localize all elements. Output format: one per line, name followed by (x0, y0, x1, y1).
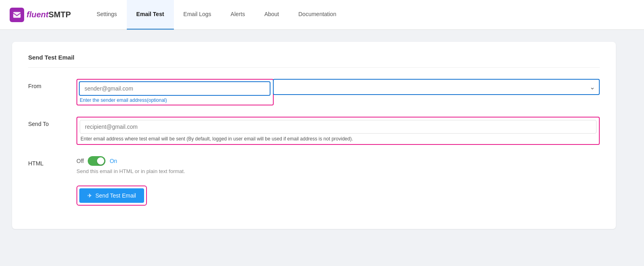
html-label: HTML (28, 156, 76, 167)
from-field-wrapper: Enter the sender email address(optional) (76, 79, 600, 105)
send-button-spacer (28, 186, 76, 190)
toggle-slider (88, 156, 105, 166)
logo-icon (10, 8, 24, 22)
svg-rect-0 (13, 12, 21, 18)
nav-item-email-logs[interactable]: Email Logs (174, 0, 221, 30)
logo: fluentSMTP (10, 8, 71, 22)
from-select-container (273, 79, 600, 95)
from-input-hint: Enter the sender email address(optional) (79, 97, 270, 103)
toggle-off-label: Off (76, 158, 84, 164)
send-to-hint: Enter email address where test email wil… (80, 136, 597, 142)
send-to-field: Enter email address where test email wil… (76, 117, 600, 145)
nav-item-about[interactable]: About (255, 0, 289, 30)
send-test-email-button[interactable]: ✈ Send Test Email (79, 188, 144, 203)
from-input-highlight-box: Enter the sender email address(optional) (76, 79, 274, 105)
nav-item-documentation[interactable]: Documentation (289, 0, 346, 30)
nav-item-email-test[interactable]: Email Test (127, 0, 174, 30)
toggle-container: Off On (76, 156, 600, 166)
toggle-hint: Send this email in HTML or in plain text… (76, 168, 600, 174)
main-nav: Settings Email Test Email Logs Alerts Ab… (87, 0, 346, 30)
send-to-input[interactable] (80, 120, 597, 134)
html-toggle[interactable] (88, 156, 105, 166)
from-select[interactable] (273, 79, 600, 95)
send-btn-highlight-box: ✈ Send Test Email (76, 186, 147, 206)
card: Send Test Email From Enter the sender em… (12, 42, 616, 229)
from-input[interactable] (79, 81, 270, 96)
from-field: Enter the sender email address(optional) (76, 79, 600, 105)
logo-text: fluentSMTP (27, 10, 71, 19)
send-to-row: Send To Enter email address where test e… (28, 117, 600, 145)
from-label: From (28, 79, 76, 89)
header: fluentSMTP Settings Email Test Email Log… (0, 0, 644, 30)
send-button-row: ✈ Send Test Email (28, 186, 600, 206)
html-row: HTML Off On Send this email in HTML or i… (28, 156, 600, 174)
nav-item-alerts[interactable]: Alerts (221, 0, 255, 30)
card-title: Send Test Email (28, 54, 600, 68)
send-button-field: ✈ Send Test Email (76, 186, 600, 206)
send-button-label: Send Test Email (95, 192, 136, 199)
send-icon: ✈ (87, 192, 92, 199)
send-to-highlight-box: Enter email address where test email wil… (76, 117, 600, 145)
main-content: Send Test Email From Enter the sender em… (0, 30, 628, 241)
send-to-label: Send To (28, 117, 76, 127)
toggle-on-label: On (109, 158, 117, 164)
html-field: Off On Send this email in HTML or in pla… (76, 156, 600, 174)
nav-item-settings[interactable]: Settings (87, 0, 127, 30)
from-row: From Enter the sender email address(opti… (28, 79, 600, 105)
